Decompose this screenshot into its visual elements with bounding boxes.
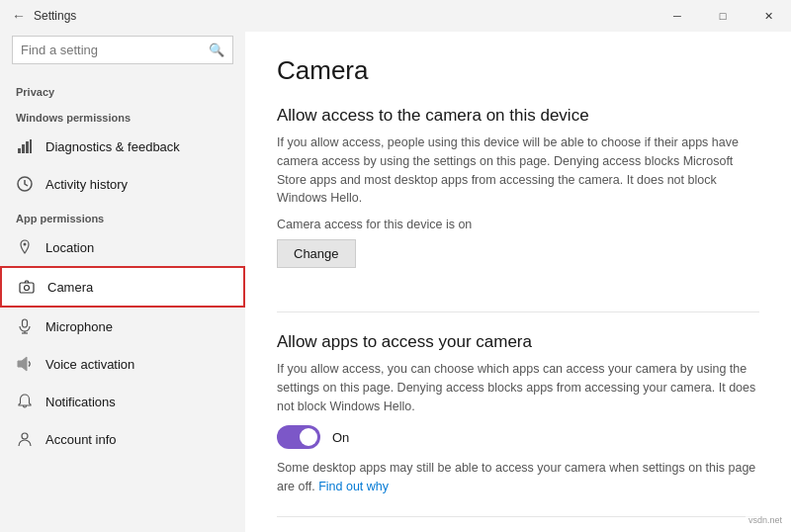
svg-point-12 (22, 433, 28, 439)
sidebar-item-location[interactable]: Location (0, 228, 245, 266)
section2-title: Allow apps to access your camera (277, 332, 759, 352)
divider1 (277, 311, 759, 312)
camera-toggle-row: On (277, 425, 759, 449)
back-icon[interactable]: ← (12, 8, 26, 24)
camera-icon (18, 278, 36, 296)
app-body: 🔍 Privacy Windows permissions Diagnostic… (0, 32, 791, 532)
svg-rect-6 (20, 283, 34, 293)
camera-label: Camera (47, 280, 93, 295)
svg-rect-2 (26, 141, 29, 153)
titlebar-controls: ─ □ ✕ (655, 0, 791, 32)
find-out-why-link[interactable]: Find out why (318, 480, 389, 493)
section2-desc: If you allow access, you can choose whic… (277, 360, 759, 415)
maximize-button[interactable]: □ (700, 0, 746, 32)
windows-permissions-label: Windows permissions (0, 102, 245, 128)
minimize-button[interactable]: ─ (655, 0, 700, 32)
divider2 (277, 516, 759, 517)
titlebar-title: Settings (34, 9, 76, 23)
toggle-label: On (332, 430, 349, 445)
notifications-icon (16, 393, 34, 410)
sidebar-item-activity[interactable]: Activity history (0, 165, 245, 203)
microphone-icon (16, 317, 34, 335)
microphone-label: Microphone (45, 319, 113, 334)
svg-rect-0 (18, 148, 21, 153)
activity-label: Activity history (45, 177, 128, 192)
close-button[interactable]: ✕ (746, 0, 791, 32)
section1-status: Camera access for this device is on (277, 218, 759, 231)
sidebar-item-account[interactable]: Account info (0, 420, 245, 458)
page-title: Camera (277, 55, 759, 86)
privacy-label: Privacy (0, 76, 245, 102)
svg-point-7 (25, 286, 30, 291)
svg-rect-1 (22, 144, 25, 153)
account-icon (16, 430, 34, 448)
notifications-label: Notifications (45, 395, 116, 409)
camera-toggle[interactable] (277, 425, 320, 449)
sidebar-item-notifications[interactable]: Notifications (0, 383, 245, 420)
svg-marker-11 (18, 357, 27, 371)
sidebar-item-diagnostics[interactable]: Diagnostics & feedback (0, 128, 245, 165)
location-icon (16, 238, 34, 256)
sidebar-item-voice[interactable]: Voice activation (0, 345, 245, 383)
account-label: Account info (45, 432, 117, 447)
search-box[interactable]: 🔍 (12, 36, 233, 64)
voice-icon (16, 355, 34, 373)
titlebar: ← Settings ─ □ ✕ (0, 0, 791, 32)
svg-rect-8 (23, 319, 28, 327)
voice-label: Voice activation (45, 357, 134, 372)
search-icon: 🔍 (209, 43, 224, 57)
svg-point-5 (24, 243, 27, 246)
svg-rect-3 (30, 139, 32, 153)
toggle-knob (300, 428, 317, 446)
titlebar-left: ← Settings (12, 8, 76, 24)
change-button[interactable]: Change (277, 239, 356, 268)
section1-title: Allow access to the camera on this devic… (277, 106, 759, 126)
sidebar-item-microphone[interactable]: Microphone (0, 308, 245, 345)
sidebar-item-camera[interactable]: Camera (0, 266, 245, 308)
activity-icon (16, 175, 34, 193)
sidebar: 🔍 Privacy Windows permissions Diagnostic… (0, 32, 245, 532)
location-label: Location (45, 240, 94, 255)
search-input[interactable] (21, 43, 203, 57)
section1-desc: If you allow access, people using this d… (277, 133, 759, 208)
watermark: vsdn.net (746, 514, 785, 526)
main-panel: Camera Allow access to the camera on thi… (245, 32, 791, 532)
diagnostics-icon (16, 137, 34, 155)
hint-text: Some desktop apps may still be able to a… (277, 459, 759, 496)
diagnostics-label: Diagnostics & feedback (45, 139, 180, 154)
app-permissions-label: App permissions (0, 203, 245, 228)
